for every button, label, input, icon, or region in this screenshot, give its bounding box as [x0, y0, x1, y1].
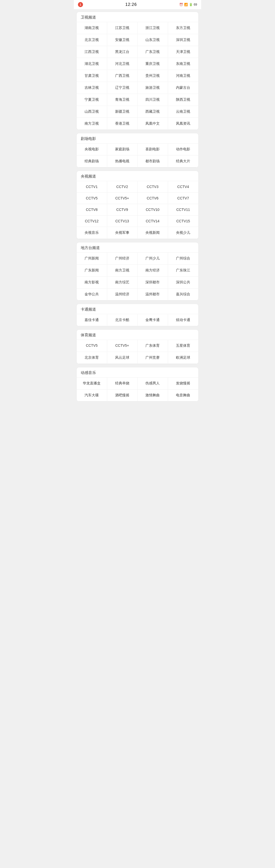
- channel-cell[interactable]: 广州综合: [168, 253, 199, 265]
- channel-cell[interactable]: 电音舞曲: [168, 390, 199, 401]
- channel-cell[interactable]: 山西卫视: [77, 106, 107, 118]
- channel-cell[interactable]: 央视音乐: [77, 227, 107, 239]
- channel-cell[interactable]: 五星体育: [168, 340, 199, 352]
- channel-cell[interactable]: CCTV14: [138, 215, 168, 227]
- channel-cell[interactable]: 汽车大碟: [77, 390, 107, 401]
- channel-cell[interactable]: 河北卫视: [107, 58, 138, 70]
- channel-cell[interactable]: 南方综艺: [107, 277, 138, 288]
- channel-cell[interactable]: 都市剧场: [138, 155, 168, 167]
- channel-cell[interactable]: 央视电影: [77, 144, 107, 155]
- channel-cell[interactable]: 凤凰资讯: [168, 118, 199, 130]
- channel-cell[interactable]: 南方卫视: [77, 118, 107, 130]
- channel-cell[interactable]: 家庭剧场: [107, 144, 138, 155]
- channel-cell[interactable]: 发烧慢摇: [168, 377, 199, 390]
- channel-cell[interactable]: 央视新闻: [138, 227, 168, 239]
- channel-cell[interactable]: 广州经济: [107, 253, 138, 265]
- channel-cell[interactable]: 炫动卡通: [168, 314, 199, 326]
- channel-cell[interactable]: 江苏卫视: [107, 22, 138, 34]
- channel-cell[interactable]: CCTV1: [77, 181, 107, 193]
- channel-cell[interactable]: 江西卫视: [77, 46, 107, 58]
- channel-cell[interactable]: CCTV8: [77, 204, 107, 215]
- channel-cell[interactable]: 广州竞赛: [138, 352, 168, 364]
- channel-cell[interactable]: 旅游卫视: [138, 82, 168, 94]
- channel-cell[interactable]: 风云足球: [107, 352, 138, 364]
- channel-cell[interactable]: 安徽卫视: [107, 34, 138, 46]
- channel-cell[interactable]: CCTV13: [107, 215, 138, 227]
- channel-cell[interactable]: 重庆卫视: [138, 58, 168, 70]
- channel-cell[interactable]: 动作电影: [168, 144, 199, 155]
- channel-cell[interactable]: CCTV15: [168, 215, 199, 227]
- channel-cell[interactable]: 宁夏卫视: [77, 94, 107, 106]
- channel-cell[interactable]: 温州都市: [138, 288, 168, 301]
- channel-cell[interactable]: 经典剧场: [77, 155, 107, 167]
- channel-cell[interactable]: 经典大片: [168, 155, 199, 167]
- channel-cell[interactable]: 甘肃卫视: [77, 70, 107, 82]
- channel-cell[interactable]: 南方经济: [138, 265, 168, 277]
- channel-cell[interactable]: 南方卫视: [107, 265, 138, 277]
- channel-cell[interactable]: 陕西卫视: [168, 94, 199, 106]
- channel-cell[interactable]: 喜剧电影: [138, 144, 168, 155]
- channel-cell[interactable]: CCTV5: [77, 340, 107, 352]
- channel-cell[interactable]: 南方影视: [77, 277, 107, 288]
- channel-cell[interactable]: CCTV12: [77, 215, 107, 227]
- channel-cell[interactable]: 内蒙古台: [168, 82, 199, 94]
- channel-cell[interactable]: 河南卫视: [168, 70, 199, 82]
- channel-cell[interactable]: 金鹰卡通: [138, 314, 168, 326]
- channel-cell[interactable]: 新疆卫视: [107, 106, 138, 118]
- channel-cell[interactable]: 广州新闻: [77, 253, 107, 265]
- channel-cell[interactable]: 华龙直播盒: [77, 377, 107, 390]
- channel-cell[interactable]: 广州少儿: [138, 253, 168, 265]
- channel-cell[interactable]: 深圳卫视: [168, 34, 199, 46]
- channel-cell[interactable]: 央视军事: [107, 227, 138, 239]
- channel-cell[interactable]: 吉林卫视: [77, 82, 107, 94]
- channel-cell[interactable]: CCTV6: [138, 193, 168, 204]
- channel-cell[interactable]: CCTV5: [77, 193, 107, 204]
- channel-cell[interactable]: 山东卫视: [138, 34, 168, 46]
- channel-cell[interactable]: CCTV11: [168, 204, 199, 215]
- channel-cell[interactable]: 广东卫视: [138, 46, 168, 58]
- channel-cell[interactable]: CCTV10: [138, 204, 168, 215]
- channel-cell[interactable]: CCTV3: [138, 181, 168, 193]
- channel-cell[interactable]: 凤凰中文: [138, 118, 168, 130]
- channel-cell[interactable]: 广东珠江: [168, 265, 199, 277]
- channel-cell[interactable]: CCTV5+: [107, 340, 138, 352]
- channel-cell[interactable]: 经典串烧: [107, 377, 138, 390]
- channel-cell[interactable]: CCTV4: [168, 181, 199, 193]
- channel-cell[interactable]: 广东体育: [138, 340, 168, 352]
- channel-cell[interactable]: 北京体育: [77, 352, 107, 364]
- channel-cell[interactable]: 西藏卫视: [138, 106, 168, 118]
- channel-cell[interactable]: 辽宁卫视: [107, 82, 138, 94]
- channel-cell[interactable]: CCTV5+: [107, 193, 138, 204]
- channel-cell[interactable]: 天津卫视: [168, 46, 199, 58]
- channel-cell[interactable]: 北京卫视: [77, 34, 107, 46]
- channel-cell[interactable]: 欧洲足球: [168, 352, 199, 364]
- channel-cell[interactable]: 嘉佳卡通: [77, 314, 107, 326]
- channel-cell[interactable]: 酒吧慢摇: [107, 390, 138, 401]
- channel-cell[interactable]: 四川卫视: [138, 94, 168, 106]
- channel-cell[interactable]: CCTV7: [168, 193, 199, 204]
- channel-cell[interactable]: 青海卫视: [107, 94, 138, 106]
- channel-cell[interactable]: 湖南卫视: [77, 22, 107, 34]
- channel-cell[interactable]: 广东新闻: [77, 265, 107, 277]
- channel-cell[interactable]: 广西卫视: [107, 70, 138, 82]
- channel-cell[interactable]: 浙江卫视: [138, 22, 168, 34]
- channel-cell[interactable]: 黑龙江台: [107, 46, 138, 58]
- channel-cell[interactable]: 嘉兴综合: [168, 288, 199, 301]
- channel-cell[interactable]: 金华公共: [77, 288, 107, 301]
- channel-cell[interactable]: 东方卫视: [168, 22, 199, 34]
- channel-cell[interactable]: CCTV2: [107, 181, 138, 193]
- channel-cell[interactable]: 激情舞曲: [138, 390, 168, 401]
- channel-cell[interactable]: 北京卡酷: [107, 314, 138, 326]
- channel-cell[interactable]: 东南卫视: [168, 58, 199, 70]
- channel-cell[interactable]: 深圳公共: [168, 277, 199, 288]
- channel-cell[interactable]: 贵州卫视: [138, 70, 168, 82]
- channel-cell[interactable]: 伤感男人: [138, 377, 168, 390]
- channel-cell[interactable]: 热播电视: [107, 155, 138, 167]
- channel-cell[interactable]: 湖北卫视: [77, 58, 107, 70]
- channel-cell[interactable]: 温州经济: [107, 288, 138, 301]
- channel-cell[interactable]: 香港卫视: [107, 118, 138, 130]
- channel-cell[interactable]: CCTV9: [107, 204, 138, 215]
- channel-cell[interactable]: 央视少儿: [168, 227, 199, 239]
- channel-cell[interactable]: 深圳都市: [138, 277, 168, 288]
- channel-cell[interactable]: 云南卫视: [168, 106, 199, 118]
